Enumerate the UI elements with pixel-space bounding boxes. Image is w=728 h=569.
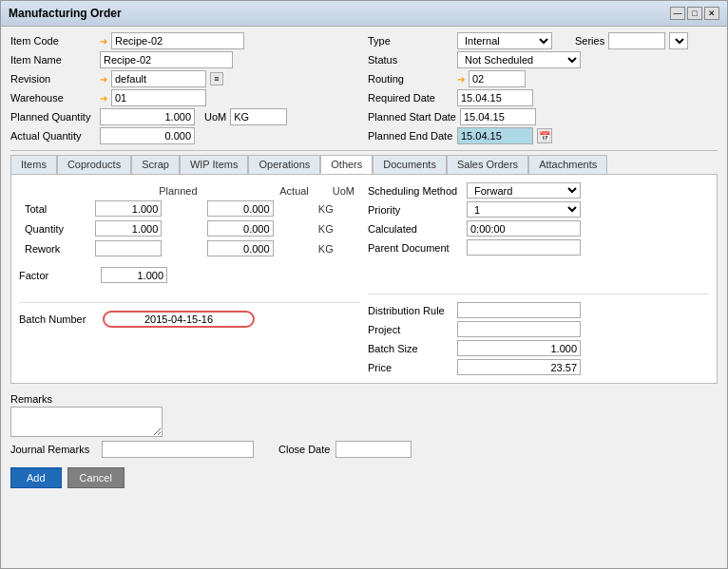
item-code-row: Item Code ➔ — [10, 32, 360, 49]
item-code-label: Item Code — [10, 35, 96, 47]
title-controls: — □ ✕ — [670, 7, 719, 20]
tab-scrap[interactable]: Scrap — [131, 155, 180, 174]
planned-start-input[interactable] — [460, 108, 536, 125]
planned-qty-input[interactable] — [100, 108, 195, 125]
left-panel: Planned Actual UoM Total KG — [19, 182, 360, 375]
type-row: Type Internal External Series — [368, 32, 718, 49]
button-row: Add Cancel — [1, 462, 727, 494]
sched-method-label: Scheduling Method — [368, 185, 463, 197]
col-uom-header: UoM — [315, 184, 358, 198]
warehouse-label: Warehouse — [10, 92, 96, 104]
status-select[interactable]: Not Scheduled Scheduled — [457, 51, 581, 68]
planned-end-label: Planned End Date — [368, 130, 453, 142]
calendar-icon[interactable]: 📅 — [537, 128, 552, 143]
maximize-button[interactable]: □ — [687, 7, 702, 20]
journal-remarks-input[interactable] — [102, 441, 254, 458]
tab-others[interactable]: Others — [320, 155, 373, 174]
rework-uom: KG — [315, 239, 358, 257]
revision-arrow: ➔ — [100, 74, 107, 85]
dist-rule-input[interactable] — [457, 302, 581, 318]
series-input[interactable] — [608, 32, 665, 49]
planned-start-row: Planned Start Date — [368, 108, 718, 125]
item-name-label: Item Name — [10, 54, 96, 66]
revision-row: Revision ➔ ≡ — [10, 70, 360, 87]
quantities-table: Planned Actual UoM Total KG — [19, 182, 360, 259]
status-row: Status Not Scheduled Scheduled — [368, 51, 718, 68]
close-button[interactable]: ✕ — [704, 7, 719, 20]
batch-size-input[interactable] — [457, 340, 581, 356]
distribution-section: Distribution Rule Project Batch Size — [368, 294, 709, 375]
item-code-input[interactable] — [111, 32, 244, 49]
type-select[interactable]: Internal External — [457, 32, 552, 49]
series-select[interactable] — [669, 32, 688, 49]
minimize-button[interactable]: — — [670, 7, 685, 20]
tab-attachments[interactable]: Attachments — [528, 155, 607, 174]
total-planned-input[interactable] — [95, 200, 162, 217]
scheduling-section: Scheduling Method Forward Backward Prior… — [368, 182, 709, 256]
batch-section: Batch Number — [19, 302, 360, 328]
parent-doc-input[interactable] — [467, 239, 581, 256]
planned-qty-label: Planned Quantity — [10, 111, 96, 123]
rework-planned-input[interactable] — [95, 240, 162, 256]
cancel-button[interactable]: Cancel — [67, 467, 125, 488]
dist-rule-row: Distribution Rule — [368, 302, 709, 318]
dist-rule-label: Distribution Rule — [368, 305, 453, 316]
planned-end-input[interactable] — [457, 127, 533, 144]
total-uom: KG — [315, 199, 358, 218]
batch-size-row: Batch Size — [368, 340, 709, 356]
total-label: Total — [21, 199, 89, 218]
batch-size-label: Batch Size — [368, 343, 453, 354]
tab-coproducts[interactable]: Coproducts — [57, 155, 131, 174]
revision-input[interactable] — [111, 70, 206, 87]
price-input[interactable] — [457, 359, 581, 375]
sched-method-row: Scheduling Method Forward Backward — [368, 182, 709, 199]
close-date-input[interactable] — [335, 441, 412, 458]
qty-label: Quantity — [21, 219, 89, 237]
batch-label: Batch Number — [19, 313, 95, 325]
item-name-input[interactable] — [100, 51, 233, 68]
warehouse-arrow: ➔ — [100, 93, 107, 104]
item-code-arrow: ➔ — [100, 36, 107, 47]
title-bar: Manufacturing Order — □ ✕ — [1, 1, 727, 27]
form-divider — [10, 150, 718, 151]
total-row: Total KG — [21, 199, 358, 218]
priority-select[interactable]: 1 2 3 — [467, 201, 581, 218]
remarks-textarea[interactable] — [10, 407, 163, 437]
priority-row: Priority 1 2 3 — [368, 201, 709, 218]
uom-label: UoM — [204, 111, 226, 123]
qty-planned-input[interactable] — [95, 220, 162, 237]
project-row: Project — [368, 321, 709, 337]
tab-wip-items[interactable]: WIP Items — [180, 155, 249, 174]
tab-items[interactable]: Items — [10, 155, 57, 174]
batch-row: Batch Number — [19, 311, 360, 328]
form-area: Item Code ➔ Item Name Revision ➔ ≡ — [1, 27, 727, 389]
window-title: Manufacturing Order — [9, 7, 122, 20]
total-actual-input[interactable] — [207, 200, 274, 217]
calculated-input[interactable] — [467, 220, 581, 237]
factor-input[interactable] — [101, 267, 167, 283]
qty-uom: KG — [315, 219, 358, 237]
actual-qty-input[interactable] — [100, 127, 195, 144]
add-button[interactable]: Add — [10, 467, 62, 488]
required-date-input[interactable] — [457, 89, 533, 106]
uom-input[interactable] — [230, 108, 287, 125]
warehouse-input[interactable] — [111, 89, 206, 106]
tab-documents[interactable]: Documents — [373, 155, 447, 174]
qty-actual-input[interactable] — [207, 220, 274, 237]
rework-row: Rework KG — [21, 239, 358, 257]
tab-sales-orders[interactable]: Sales Orders — [447, 155, 528, 174]
routing-input[interactable] — [469, 70, 526, 87]
project-input[interactable] — [457, 321, 581, 337]
required-date-label: Required Date — [368, 92, 453, 104]
price-label: Price — [368, 362, 453, 373]
rework-actual-input[interactable] — [207, 240, 274, 256]
routing-arrow: ➔ — [457, 74, 465, 85]
tab-operations[interactable]: Operations — [248, 155, 320, 174]
sched-method-select[interactable]: Forward Backward — [467, 182, 581, 199]
required-date-row: Required Date — [368, 89, 718, 106]
revision-icon[interactable]: ≡ — [210, 72, 223, 85]
batch-number-input[interactable] — [103, 311, 255, 328]
col-actual-header: Actual — [203, 184, 313, 198]
planned-qty-row: Planned Quantity UoM — [10, 108, 360, 125]
series-label: Series — [575, 35, 604, 47]
